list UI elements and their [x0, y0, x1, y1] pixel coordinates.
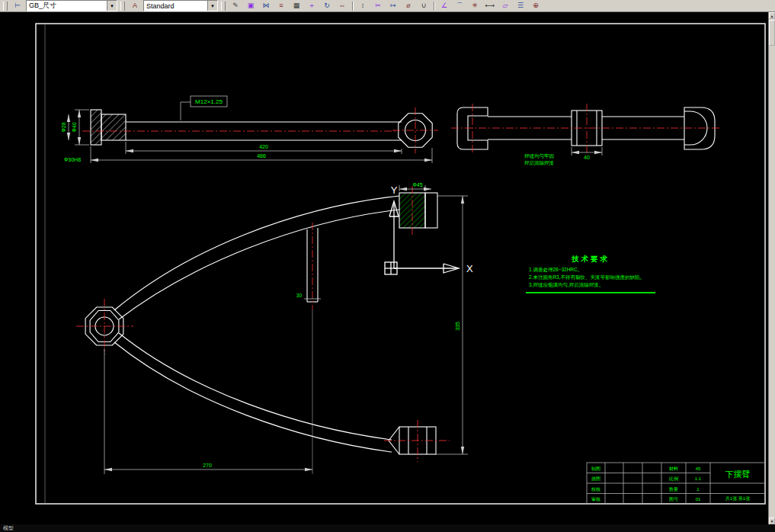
dia-outer-label: Ф40	[72, 122, 77, 132]
tool-angle-button[interactable]: ∠	[437, 1, 451, 11]
copy-icon: ▣	[248, 2, 255, 9]
tool-stretch-button[interactable]: ↕	[356, 1, 370, 11]
rotate-icon: ↻	[324, 2, 330, 9]
lower-control-arm-main-view: Ф45 335 270 30	[76, 182, 468, 474]
boss-dia-label: Ф45	[412, 182, 422, 187]
len-body-label: 420	[259, 144, 268, 149]
fillet-icon: ⌒	[456, 2, 463, 9]
tool-trim-button[interactable]: ✂	[371, 1, 385, 11]
tech-req-title: 技术要求	[571, 255, 610, 263]
text-style-manager-button[interactable]: A	[128, 1, 142, 11]
explode-icon: ✳	[472, 2, 478, 9]
toolbar: ⊢ GB_尺寸 ▼ A Standard ▼ ✎ ▣ ⋈ ≡ ▦ ＋ ↻ ⇔ ↕…	[0, 0, 775, 12]
ucs-icon: Y X	[385, 184, 473, 274]
sheet-border	[36, 24, 765, 504]
tb-row-label-2: 描图	[591, 476, 600, 482]
scroll-down-icon[interactable]: ▼	[769, 518, 775, 524]
text-style-value: Standard	[144, 2, 177, 10]
tool-erase-button[interactable]: ✎	[229, 1, 242, 11]
bore-label: Ф30H8	[64, 157, 81, 162]
tb-qty-label: 数量	[669, 487, 678, 492]
erase-icon: ✎	[232, 2, 239, 9]
tool-mirror-button[interactable]: ⋈	[259, 1, 273, 11]
dim-style-combo[interactable]: GB_尺寸 ▼	[26, 0, 117, 11]
text-style-icon: A	[133, 2, 137, 9]
dim-style-manager-button[interactable]: ⊢	[11, 1, 24, 11]
tool-rotate-button[interactable]: ↻	[320, 1, 334, 11]
tool-scale-button[interactable]: ⇔	[335, 1, 349, 11]
tb-material-label: 材料	[668, 466, 678, 472]
toolbar-separator	[352, 2, 353, 11]
scroll-up-icon[interactable]: ▲	[769, 12, 775, 19]
point-icon: ⊕	[533, 2, 539, 9]
technical-requirements: 技术要求 1.调质处理28~32HRC。 2.未注圆角R3,不得有裂纹、夹渣等影…	[526, 255, 655, 293]
tool-distance-button[interactable]: ⟷	[483, 1, 497, 11]
tool-explode-button[interactable]: ✳	[468, 1, 482, 11]
cad-drawing: M12×1.25 420 486 Ф40 Ф28 Ф30H8	[0, 12, 768, 524]
tb-part-name: 下摆臂	[725, 470, 751, 479]
tb-scale-label: 比例	[669, 476, 678, 482]
dim-style-value: GB_尺寸	[27, 1, 59, 11]
toolbar-grip[interactable]	[3, 2, 8, 11]
diameter-icon: ⌀	[406, 2, 410, 9]
tb-sheet: 共1张 第1张	[725, 496, 750, 502]
extend-icon: ↦	[390, 2, 396, 9]
weld-note-2: 焊后清除焊渣	[524, 160, 554, 166]
status-text: 模型	[3, 525, 14, 530]
width-dim-label: 270	[203, 463, 212, 468]
tb-row-label-3: 校核	[591, 487, 600, 492]
upper-arm-side-view: M12×1.25 420 486 Ф40 Ф28 Ф30H8	[61, 96, 438, 163]
tool-diameter-button[interactable]: ⌀	[402, 1, 415, 11]
tool-copy-button[interactable]: ▣	[244, 1, 258, 11]
tool-move-button[interactable]: ＋	[305, 1, 319, 11]
ucs-y-label: Y	[391, 184, 398, 196]
tool-array-button[interactable]: ▦	[290, 1, 303, 11]
tool-extend-button[interactable]: ↦	[386, 1, 400, 11]
chevron-down-icon[interactable]: ▼	[207, 1, 217, 11]
tb-row-label-4: 审核	[591, 496, 600, 502]
side-view-notes: 40 焊缝均匀牢固 焊后清除焊渣	[524, 153, 590, 166]
scrollbar-thumb[interactable]	[769, 20, 775, 46]
tb-row-label-1: 制图	[591, 466, 600, 472]
angle-icon: ∠	[441, 2, 447, 9]
tube-width-label: 30	[296, 293, 303, 298]
tb-material-value: 45	[696, 466, 701, 471]
distance-icon: ⟷	[485, 2, 495, 9]
text-style-combo[interactable]: Standard ▼	[143, 0, 218, 11]
main-view-dimensions	[104, 185, 468, 474]
tool-area-button[interactable]: ▱	[498, 1, 512, 11]
tool-fillet-button[interactable]: ⌒	[453, 1, 466, 11]
tool-join-button[interactable]: ∪	[417, 1, 431, 11]
offset-icon: ≡	[279, 2, 283, 9]
list-icon: ☰	[517, 2, 524, 9]
dia-inner-label: Ф28	[61, 122, 66, 132]
mirror-icon: ⋈	[263, 2, 270, 9]
status-bar: 模型	[0, 524, 775, 532]
tool-point-button[interactable]: ⊕	[529, 1, 543, 11]
len-total-label: 486	[257, 153, 266, 159]
weld-note-1: 焊缝均匀牢固	[524, 153, 554, 159]
tech-req-line-3: 3.焊缝应饱满均匀,焊后清除焊渣。	[529, 282, 604, 288]
ucs-x-label: X	[466, 263, 473, 274]
upper-arm-top-view: 40 焊缝均匀牢固 焊后清除焊渣	[451, 104, 721, 166]
toolbar-grip3[interactable]	[221, 2, 226, 11]
tool-list-button[interactable]: ☰	[514, 1, 527, 11]
drawing-canvas[interactable]: M12×1.25 420 486 Ф40 Ф28 Ф30H8	[0, 12, 768, 524]
tool-offset-button[interactable]: ≡	[274, 1, 288, 11]
toolbar-grip2[interactable]	[120, 2, 125, 11]
vertical-scrollbar[interactable]: ▲ ▼	[768, 12, 775, 524]
tb-no-value: 01	[696, 497, 701, 502]
tb-qty-value: 1	[697, 487, 700, 492]
title-block: 制图 描图 校核 审核 材料 45 比例 1:1 数量 1 图号 01 下摆臂 …	[587, 463, 765, 504]
thread-label: M12×1.25	[195, 98, 223, 105]
trim-icon: ✂	[375, 2, 381, 9]
tb-no-label: 图号	[669, 497, 678, 502]
array-icon: ▦	[293, 2, 300, 9]
area-icon: ▱	[503, 2, 508, 9]
dim-style-icon: ⊢	[14, 2, 21, 9]
toolbar-separator	[434, 2, 434, 11]
tech-req-line-2: 2.未注圆角R3,不得有裂纹、夹渣等影响强度的缺陷。	[529, 274, 645, 280]
scale-icon: ⇔	[339, 2, 346, 9]
chevron-down-icon[interactable]: ▼	[107, 1, 117, 11]
tech-req-line-1: 1.调质处理28~32HRC。	[529, 267, 582, 273]
